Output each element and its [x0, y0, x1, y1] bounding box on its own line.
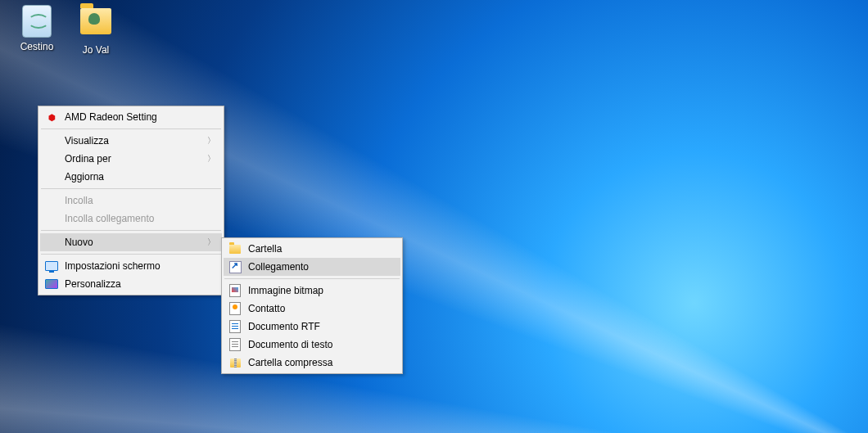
menu-item-label: Ordina per [65, 153, 111, 165]
bitmap-icon [228, 284, 242, 297]
menu-item-sort[interactable]: Ordina per 〉 [40, 150, 222, 168]
folder-icon [228, 242, 242, 255]
menu-item-label: Incolla [65, 195, 93, 206]
menu-item-label: AMD Radeon Setting [65, 111, 157, 123]
user-folder-icon [79, 8, 112, 41]
submenu-item-folder[interactable]: Cartella [224, 240, 400, 258]
amd-icon: ⬢ [45, 111, 58, 124]
chevron-right-icon: 〉 [207, 135, 215, 147]
zip-folder-icon [228, 356, 242, 369]
menu-item-label: Documento RTF [248, 321, 320, 332]
menu-item-label: Nuovo [65, 237, 93, 248]
menu-item-new[interactable]: Nuovo 〉 [40, 233, 222, 251]
menu-item-refresh[interactable]: Aggiorna [40, 168, 222, 186]
recycle-bin-icon [20, 5, 53, 38]
desktop-icon-label: Jo Val [67, 44, 124, 56]
contact-icon [228, 302, 242, 315]
menu-item-personalize[interactable]: Personalizza [40, 275, 222, 293]
desktop[interactable]: Cestino Jo Val ⬢ AMD Radeon Setting Visu… [0, 0, 868, 433]
menu-item-label: Collegamento [248, 261, 309, 273]
chevron-right-icon: 〉 [207, 153, 215, 165]
menu-item-paste-shortcut: Incolla collegamento [40, 210, 222, 228]
submenu-item-contact[interactable]: Contatto [224, 300, 400, 318]
menu-item-label: Cartella compressa [248, 357, 332, 368]
rtf-icon [228, 320, 242, 333]
menu-separator [41, 129, 221, 129]
personalize-icon [45, 277, 58, 291]
shortcut-icon [228, 260, 242, 273]
desktop-icon-recycle-bin[interactable]: Cestino [8, 5, 66, 52]
menu-item-label: Aggiorna [65, 171, 104, 183]
submenu-item-rtf[interactable]: Documento RTF [224, 318, 400, 336]
desktop-icon-label: Cestino [8, 41, 66, 52]
menu-separator [41, 230, 221, 231]
text-icon [228, 338, 242, 351]
desktop-icon-user-folder[interactable]: Jo Val [67, 5, 124, 56]
monitor-icon [45, 259, 58, 273]
menu-item-label: Visualizza [65, 135, 109, 147]
menu-separator [224, 278, 400, 279]
menu-item-label: Personalizza [65, 278, 121, 290]
submenu-item-compressed[interactable]: Cartella compressa [224, 354, 400, 372]
menu-item-view[interactable]: Visualizza 〉 [40, 132, 222, 150]
menu-separator [41, 188, 221, 189]
submenu-item-shortcut[interactable]: Collegamento [224, 258, 400, 276]
desktop-context-menu: ⬢ AMD Radeon Setting Visualizza 〉 Ordina… [38, 106, 224, 295]
menu-item-label: Documento di testo [248, 339, 332, 350]
menu-item-paste: Incolla [40, 192, 222, 210]
menu-item-amd-radeon[interactable]: ⬢ AMD Radeon Setting [40, 108, 222, 126]
submenu-item-text[interactable]: Documento di testo [224, 336, 400, 354]
submenu-new: Cartella Collegamento Immagine bitmap Co… [221, 237, 403, 374]
menu-item-label: Cartella [248, 243, 282, 255]
menu-item-label: Incolla collegamento [65, 213, 154, 224]
menu-item-label: Impostazioni schermo [65, 260, 160, 272]
menu-item-display-settings[interactable]: Impostazioni schermo [40, 257, 222, 275]
menu-separator [41, 254, 221, 255]
menu-item-label: Contatto [248, 303, 285, 314]
menu-item-label: Immagine bitmap [248, 285, 323, 296]
submenu-item-bitmap[interactable]: Immagine bitmap [224, 282, 400, 300]
chevron-right-icon: 〉 [207, 237, 215, 248]
